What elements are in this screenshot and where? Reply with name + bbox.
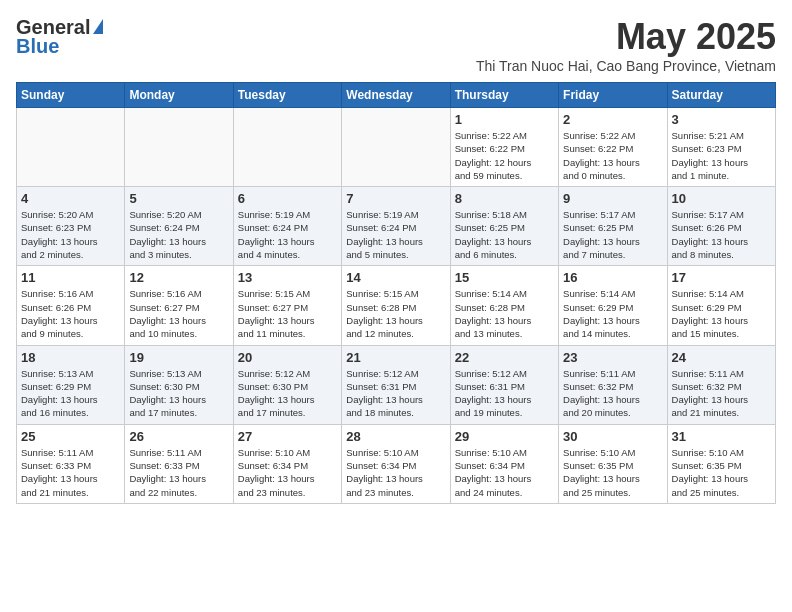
day-number: 28 [346,429,445,444]
day-info: Sunrise: 5:11 AM Sunset: 6:32 PM Dayligh… [672,367,771,420]
column-header-sunday: Sunday [17,83,125,108]
calendar-location: Thi Tran Nuoc Hai, Cao Bang Province, Vi… [476,58,776,74]
column-header-saturday: Saturday [667,83,775,108]
day-number: 7 [346,191,445,206]
day-info: Sunrise: 5:17 AM Sunset: 6:26 PM Dayligh… [672,208,771,261]
day-info: Sunrise: 5:10 AM Sunset: 6:34 PM Dayligh… [346,446,445,499]
day-number: 18 [21,350,120,365]
day-info: Sunrise: 5:17 AM Sunset: 6:25 PM Dayligh… [563,208,662,261]
calendar-cell: 2Sunrise: 5:22 AM Sunset: 6:22 PM Daylig… [559,108,667,187]
calendar-cell: 5Sunrise: 5:20 AM Sunset: 6:24 PM Daylig… [125,187,233,266]
day-info: Sunrise: 5:12 AM Sunset: 6:31 PM Dayligh… [346,367,445,420]
day-info: Sunrise: 5:19 AM Sunset: 6:24 PM Dayligh… [238,208,337,261]
column-header-tuesday: Tuesday [233,83,341,108]
column-header-friday: Friday [559,83,667,108]
day-info: Sunrise: 5:20 AM Sunset: 6:23 PM Dayligh… [21,208,120,261]
logo-arrow-icon [93,19,103,34]
calendar-cell: 14Sunrise: 5:15 AM Sunset: 6:28 PM Dayli… [342,266,450,345]
day-number: 21 [346,350,445,365]
day-number: 5 [129,191,228,206]
calendar-cell: 8Sunrise: 5:18 AM Sunset: 6:25 PM Daylig… [450,187,558,266]
day-number: 30 [563,429,662,444]
calendar-week-row: 25Sunrise: 5:11 AM Sunset: 6:33 PM Dayli… [17,424,776,503]
calendar-cell: 10Sunrise: 5:17 AM Sunset: 6:26 PM Dayli… [667,187,775,266]
calendar-cell: 28Sunrise: 5:10 AM Sunset: 6:34 PM Dayli… [342,424,450,503]
day-info: Sunrise: 5:12 AM Sunset: 6:30 PM Dayligh… [238,367,337,420]
column-header-wednesday: Wednesday [342,83,450,108]
day-number: 11 [21,270,120,285]
day-info: Sunrise: 5:18 AM Sunset: 6:25 PM Dayligh… [455,208,554,261]
day-number: 26 [129,429,228,444]
day-number: 3 [672,112,771,127]
day-number: 2 [563,112,662,127]
calendar-cell: 31Sunrise: 5:10 AM Sunset: 6:35 PM Dayli… [667,424,775,503]
day-number: 25 [21,429,120,444]
day-info: Sunrise: 5:19 AM Sunset: 6:24 PM Dayligh… [346,208,445,261]
calendar-header-row: SundayMondayTuesdayWednesdayThursdayFrid… [17,83,776,108]
day-info: Sunrise: 5:14 AM Sunset: 6:28 PM Dayligh… [455,287,554,340]
day-info: Sunrise: 5:10 AM Sunset: 6:34 PM Dayligh… [238,446,337,499]
day-info: Sunrise: 5:10 AM Sunset: 6:35 PM Dayligh… [672,446,771,499]
calendar-cell: 24Sunrise: 5:11 AM Sunset: 6:32 PM Dayli… [667,345,775,424]
day-info: Sunrise: 5:22 AM Sunset: 6:22 PM Dayligh… [455,129,554,182]
calendar-cell: 13Sunrise: 5:15 AM Sunset: 6:27 PM Dayli… [233,266,341,345]
calendar-cell: 23Sunrise: 5:11 AM Sunset: 6:32 PM Dayli… [559,345,667,424]
day-info: Sunrise: 5:11 AM Sunset: 6:33 PM Dayligh… [21,446,120,499]
calendar-cell [342,108,450,187]
day-info: Sunrise: 5:14 AM Sunset: 6:29 PM Dayligh… [672,287,771,340]
day-number: 14 [346,270,445,285]
day-number: 17 [672,270,771,285]
calendar-cell [17,108,125,187]
day-info: Sunrise: 5:15 AM Sunset: 6:27 PM Dayligh… [238,287,337,340]
calendar-cell: 1Sunrise: 5:22 AM Sunset: 6:22 PM Daylig… [450,108,558,187]
day-number: 24 [672,350,771,365]
calendar-week-row: 1Sunrise: 5:22 AM Sunset: 6:22 PM Daylig… [17,108,776,187]
day-number: 13 [238,270,337,285]
calendar-week-row: 11Sunrise: 5:16 AM Sunset: 6:26 PM Dayli… [17,266,776,345]
calendar-title: May 2025 [476,16,776,58]
day-number: 4 [21,191,120,206]
calendar-cell [233,108,341,187]
calendar-cell: 27Sunrise: 5:10 AM Sunset: 6:34 PM Dayli… [233,424,341,503]
calendar-cell: 18Sunrise: 5:13 AM Sunset: 6:29 PM Dayli… [17,345,125,424]
calendar-table: SundayMondayTuesdayWednesdayThursdayFrid… [16,82,776,504]
day-number: 27 [238,429,337,444]
day-number: 6 [238,191,337,206]
day-number: 19 [129,350,228,365]
calendar-cell: 30Sunrise: 5:10 AM Sunset: 6:35 PM Dayli… [559,424,667,503]
day-number: 8 [455,191,554,206]
day-info: Sunrise: 5:11 AM Sunset: 6:32 PM Dayligh… [563,367,662,420]
calendar-cell: 25Sunrise: 5:11 AM Sunset: 6:33 PM Dayli… [17,424,125,503]
column-header-thursday: Thursday [450,83,558,108]
day-number: 29 [455,429,554,444]
calendar-cell: 29Sunrise: 5:10 AM Sunset: 6:34 PM Dayli… [450,424,558,503]
calendar-cell: 3Sunrise: 5:21 AM Sunset: 6:23 PM Daylig… [667,108,775,187]
calendar-cell: 17Sunrise: 5:14 AM Sunset: 6:29 PM Dayli… [667,266,775,345]
day-number: 23 [563,350,662,365]
day-number: 22 [455,350,554,365]
day-info: Sunrise: 5:13 AM Sunset: 6:29 PM Dayligh… [21,367,120,420]
day-info: Sunrise: 5:16 AM Sunset: 6:27 PM Dayligh… [129,287,228,340]
day-info: Sunrise: 5:20 AM Sunset: 6:24 PM Dayligh… [129,208,228,261]
calendar-cell: 11Sunrise: 5:16 AM Sunset: 6:26 PM Dayli… [17,266,125,345]
day-info: Sunrise: 5:15 AM Sunset: 6:28 PM Dayligh… [346,287,445,340]
day-number: 1 [455,112,554,127]
day-info: Sunrise: 5:11 AM Sunset: 6:33 PM Dayligh… [129,446,228,499]
calendar-cell: 12Sunrise: 5:16 AM Sunset: 6:27 PM Dayli… [125,266,233,345]
day-info: Sunrise: 5:13 AM Sunset: 6:30 PM Dayligh… [129,367,228,420]
calendar-cell: 4Sunrise: 5:20 AM Sunset: 6:23 PM Daylig… [17,187,125,266]
logo: General Blue [16,16,103,58]
day-number: 15 [455,270,554,285]
day-number: 12 [129,270,228,285]
day-number: 31 [672,429,771,444]
day-info: Sunrise: 5:16 AM Sunset: 6:26 PM Dayligh… [21,287,120,340]
calendar-cell [125,108,233,187]
calendar-cell: 19Sunrise: 5:13 AM Sunset: 6:30 PM Dayli… [125,345,233,424]
calendar-cell: 22Sunrise: 5:12 AM Sunset: 6:31 PM Dayli… [450,345,558,424]
day-number: 9 [563,191,662,206]
calendar-cell: 26Sunrise: 5:11 AM Sunset: 6:33 PM Dayli… [125,424,233,503]
day-info: Sunrise: 5:12 AM Sunset: 6:31 PM Dayligh… [455,367,554,420]
title-block: May 2025 Thi Tran Nuoc Hai, Cao Bang Pro… [476,16,776,74]
day-info: Sunrise: 5:10 AM Sunset: 6:34 PM Dayligh… [455,446,554,499]
day-info: Sunrise: 5:14 AM Sunset: 6:29 PM Dayligh… [563,287,662,340]
